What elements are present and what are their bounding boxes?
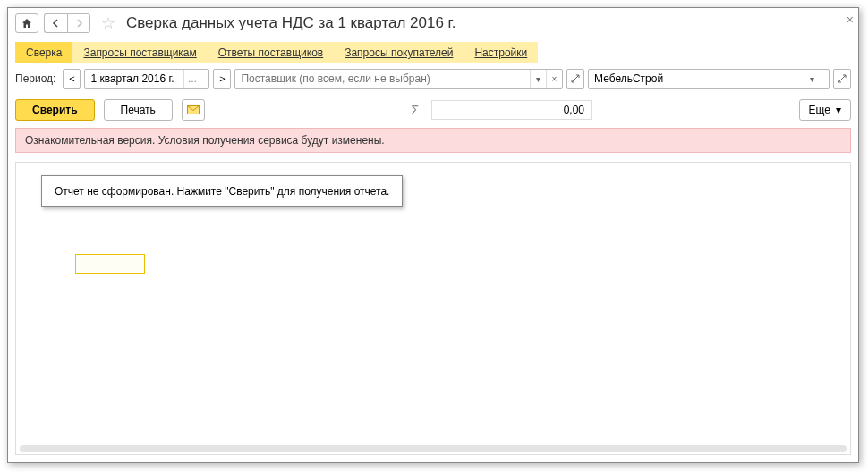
period-label: Период:: [15, 72, 55, 85]
more-label: Еще: [809, 104, 830, 116]
tab-otvety-postavshchikov[interactable]: Ответы поставщиков: [208, 42, 334, 63]
supplier-input[interactable]: [235, 70, 530, 88]
report-placeholder-message: Отчет не сформирован. Нажмите "Сверить" …: [41, 175, 403, 207]
supplier-dropdown-button[interactable]: ▾: [530, 70, 546, 88]
verify-button[interactable]: Сверить: [15, 99, 95, 121]
forward-button[interactable]: [67, 13, 90, 33]
print-button[interactable]: Печать: [104, 99, 173, 121]
organization-combo[interactable]: ▾: [588, 69, 830, 88]
more-button[interactable]: Еще ▾: [799, 99, 851, 121]
tab-sverka[interactable]: Сверка: [15, 42, 72, 63]
tab-zaprosy-postavshchikam[interactable]: Запросы поставщикам: [72, 42, 207, 63]
period-combo[interactable]: …: [84, 69, 209, 88]
chevron-down-icon: ▾: [836, 104, 841, 116]
email-button[interactable]: [182, 99, 205, 121]
tab-nastroiki[interactable]: Настройки: [464, 42, 538, 63]
close-icon[interactable]: ×: [847, 13, 854, 27]
warning-banner: Ознакомительная версия. Условия получени…: [15, 128, 851, 153]
report-area: Отчет не сформирован. Нажмите "Сверить" …: [15, 162, 851, 455]
period-picker-button[interactable]: …: [183, 70, 200, 88]
period-input[interactable]: [85, 70, 183, 88]
back-button[interactable]: [44, 13, 67, 33]
period-next-button[interactable]: >: [213, 69, 231, 88]
sigma-icon: Σ: [411, 103, 419, 117]
horizontal-scrollbar[interactable]: [20, 445, 847, 452]
organization-open-button[interactable]: [833, 69, 851, 88]
supplier-open-button[interactable]: [566, 69, 584, 88]
tab-zaprosy-pokupatelei[interactable]: Запросы покупателей: [334, 42, 464, 63]
supplier-clear-button[interactable]: ×: [546, 70, 562, 88]
organization-dropdown-button[interactable]: ▾: [804, 70, 820, 88]
supplier-combo[interactable]: ▾ ×: [234, 69, 563, 88]
organization-input[interactable]: [589, 70, 804, 88]
period-prev-button[interactable]: <: [63, 69, 81, 88]
page-title: Сверка данных учета НДС за 1 квартал 201…: [126, 14, 455, 32]
selection-box[interactable]: [75, 254, 145, 274]
home-button[interactable]: [15, 13, 38, 33]
sum-field: 0,00: [431, 100, 592, 120]
tab-bar: Сверка Запросы поставщикам Ответы постав…: [15, 42, 538, 63]
favorite-star-icon[interactable]: ☆: [101, 13, 115, 33]
